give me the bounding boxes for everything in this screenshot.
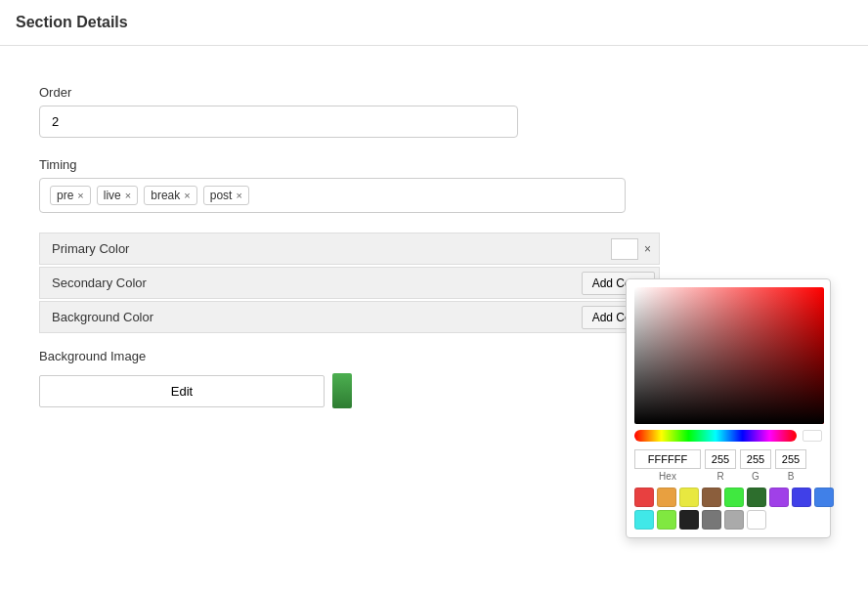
swatch-cyan[interactable] <box>634 510 654 530</box>
g-label: G <box>752 471 760 482</box>
swatch-black[interactable] <box>679 510 699 530</box>
swatch-brown[interactable] <box>702 488 721 507</box>
tag-pre: pre × <box>50 186 91 205</box>
tag-live: live × <box>97 186 138 205</box>
gradient-dark <box>634 287 824 424</box>
swatch-purple[interactable] <box>769 488 789 507</box>
background-color-row: Background Color Add Color <box>39 301 660 333</box>
background-color-label: Background Color <box>40 302 582 332</box>
color-picker-popup: Hex R G B <box>626 278 831 538</box>
primary-color-row: Primary Color × <box>39 233 660 265</box>
swatch-dark-blue[interactable] <box>792 488 811 507</box>
swatch-white[interactable] <box>747 510 766 530</box>
tag-pre-label: pre <box>57 189 73 202</box>
swatch-orange[interactable] <box>657 488 676 507</box>
secondary-color-row: Secondary Color Add Color <box>39 267 660 299</box>
swatch-blue[interactable] <box>814 488 834 507</box>
tag-live-remove[interactable]: × <box>125 190 131 201</box>
hex-field-wrap: Hex <box>634 449 701 482</box>
order-input[interactable] <box>39 106 518 138</box>
tag-break: break × <box>144 186 196 205</box>
tag-post: post × <box>203 186 249 205</box>
swatch-green[interactable] <box>724 488 744 507</box>
tag-break-remove[interactable]: × <box>184 190 190 201</box>
b-input[interactable] <box>775 449 806 469</box>
r-label: R <box>716 471 723 482</box>
hex-input[interactable] <box>634 449 701 469</box>
tag-pre-remove[interactable]: × <box>77 190 83 201</box>
timing-label: Timing <box>39 157 829 172</box>
order-field-group: Order <box>39 85 829 138</box>
tag-live-label: live <box>104 189 121 202</box>
hex-label: Hex <box>659 471 676 482</box>
g-input[interactable] <box>740 449 771 469</box>
opacity-slider[interactable] <box>803 430 822 442</box>
tag-break-label: break <box>151 189 180 202</box>
green-indicator <box>332 373 352 408</box>
hue-opacity-row <box>634 430 822 442</box>
r-field-wrap: R <box>705 449 736 482</box>
primary-color-label: Primary Color <box>40 233 605 264</box>
hue-slider[interactable] <box>634 430 797 442</box>
edit-button[interactable]: Edit <box>39 375 325 407</box>
swatch-yellow[interactable] <box>679 488 699 507</box>
primary-color-swatch[interactable] <box>611 238 638 260</box>
tag-post-label: post <box>210 189 233 202</box>
swatch-grid <box>634 488 822 530</box>
b-label: B <box>788 471 795 482</box>
g-field-wrap: G <box>740 449 771 482</box>
order-label: Order <box>39 85 829 100</box>
timing-field-group: Timing pre × live × break × post × <box>39 157 829 213</box>
color-gradient-box[interactable] <box>634 287 824 424</box>
b-field-wrap: B <box>775 449 806 482</box>
hex-rgb-row: Hex R G B <box>634 449 822 482</box>
swatch-dark-green[interactable] <box>747 488 766 507</box>
swatch-light-gray[interactable] <box>724 510 744 530</box>
primary-color-swatch-container: × <box>605 234 659 264</box>
swatch-lime[interactable] <box>657 510 676 530</box>
page-header: Section Details <box>0 0 868 46</box>
swatch-dark-gray[interactable] <box>702 510 721 530</box>
tag-post-remove[interactable]: × <box>236 190 241 201</box>
secondary-color-label: Secondary Color <box>40 268 582 298</box>
r-input[interactable] <box>705 449 736 469</box>
page-title: Section Details <box>16 14 128 30</box>
timing-tags-input[interactable]: pre × live × break × post × <box>39 178 626 213</box>
swatch-red[interactable] <box>634 488 654 507</box>
primary-color-remove[interactable]: × <box>642 242 653 256</box>
